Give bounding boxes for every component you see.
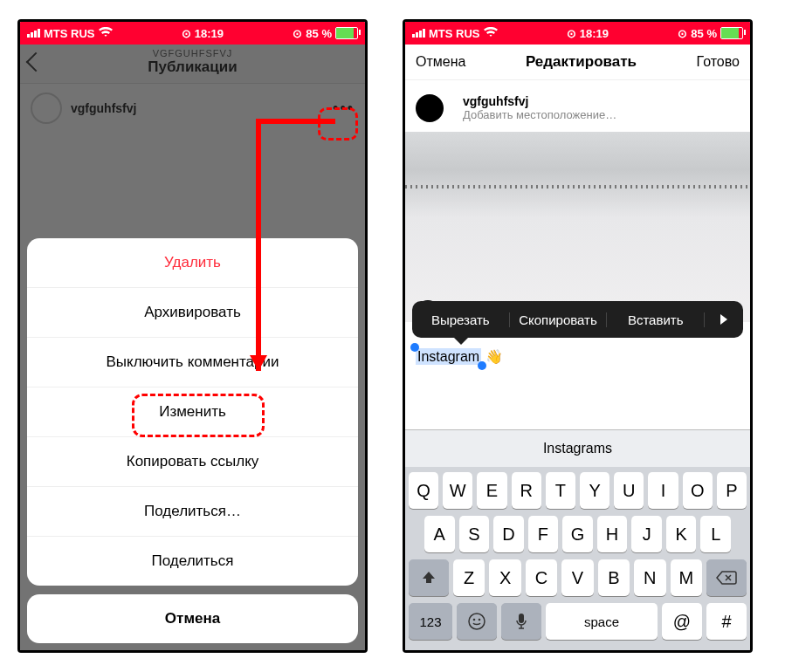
wifi-icon [484,27,498,40]
key-emoji-icon[interactable] [457,603,497,640]
keyboard: Instagrams QWERTYUIOP ASDFGHJKL ZXCVBNM … [405,429,750,650]
cancel-button[interactable]: Отмена [416,54,465,70]
key-t[interactable]: T [546,472,575,509]
done-button[interactable]: Готово [697,54,740,70]
key-y[interactable]: Y [580,472,609,509]
alarm-icon: ⊙ [182,27,191,40]
status-bar: MTS RUS ⊙18:19 ⊙85 % [405,22,750,45]
edit-header: Отмена Редактировать Готово [405,45,750,80]
battery-pct: 85 % [691,27,717,40]
sheet-archive[interactable]: Архивировать [27,287,358,337]
carrier-label: MTS RUS [44,27,95,40]
key-h[interactable]: H [597,516,628,552]
key-s[interactable]: S [459,516,490,552]
key-123[interactable]: 123 [409,603,452,640]
key-at[interactable]: @ [662,603,702,640]
key-o[interactable]: O [683,472,713,509]
time-label: 18:19 [195,27,224,40]
alarm-icon: ⊙ [567,27,576,40]
key-i[interactable]: I [648,472,678,509]
key-r[interactable]: R [512,472,541,509]
key-q[interactable]: Q [409,472,438,509]
key-e[interactable]: E [477,472,506,509]
phone-left: MTS RUS ⊙ 18:19 ⊙ 85 % VGFGUHFSFVJ Публи… [17,19,368,653]
key-l[interactable]: L [700,516,731,552]
avatar[interactable] [416,94,444,122]
key-j[interactable]: J [631,516,662,552]
key-b[interactable]: B [598,559,630,596]
signal-icon [27,29,40,38]
author-username[interactable]: vgfguhfsfvj [463,94,616,108]
key-a[interactable]: A [424,516,455,552]
key-c[interactable]: C [526,559,557,596]
carrier-label: MTS RUS [429,27,480,40]
sheet-share-ellipsis[interactable]: Поделиться… [27,486,358,536]
battery-icon [720,27,743,39]
annotation-highlight-dots [318,107,358,141]
add-location-link[interactable]: Добавить местоположение… [463,108,616,121]
battery-icon [335,27,358,39]
key-space[interactable]: space [546,603,658,640]
sheet-comments-off[interactable]: Выключить комментарии [27,337,358,387]
edit-author-row: vgfguhfsfvj Добавить местоположение… [405,80,750,132]
keyboard-suggestion[interactable]: Instagrams [405,429,750,467]
menu-cut[interactable]: Вырезать [412,312,510,327]
alarm2-icon: ⊙ [678,27,687,40]
key-m[interactable]: M [671,559,702,596]
annotation-highlight-edit [132,394,265,437]
key-u[interactable]: U [614,472,644,509]
key-hash[interactable]: # [706,603,747,640]
key-mic-icon[interactable] [501,603,541,640]
battery-pct: 85 % [306,27,332,40]
key-v[interactable]: V [561,559,593,596]
key-g[interactable]: G [562,516,593,552]
key-f[interactable]: F [528,516,559,552]
sheet-cancel[interactable]: Отмена [27,594,358,643]
key-w[interactable]: W [443,472,472,509]
key-z[interactable]: Z [453,559,485,596]
svg-point-0 [469,614,485,629]
time-label: 18:19 [580,27,609,40]
signal-icon [412,29,425,38]
svg-point-2 [479,619,481,621]
phone-right: MTS RUS ⊙18:19 ⊙85 % Отмена Редактироват… [403,19,753,653]
sheet-delete[interactable]: Удалить [27,238,358,287]
key-p[interactable]: P [717,472,747,509]
post-photo: Вырезать Скопировать Вставить [405,132,750,322]
caption-emoji: 👋 [485,349,503,364]
key-shift-icon[interactable] [409,559,449,596]
sheet-share[interactable]: Поделиться [27,536,358,586]
key-d[interactable]: D [493,516,524,552]
key-k[interactable]: K [666,516,697,552]
svg-point-1 [473,619,476,621]
text-edit-menu: Вырезать Скопировать Вставить [412,301,743,338]
sheet-copy-link[interactable]: Копировать ссылку [27,436,358,486]
menu-copy[interactable]: Скопировать [510,312,608,327]
menu-more-icon[interactable] [705,314,743,325]
action-sheet: Удалить Архивировать Выключить комментар… [27,238,358,643]
svg-rect-3 [519,614,524,623]
status-bar: MTS RUS ⊙ 18:19 ⊙ 85 % [20,22,365,45]
menu-paste[interactable]: Вставить [607,312,705,327]
key-x[interactable]: X [489,559,520,596]
caption-selected-text: Instagram [416,348,481,365]
alarm2-icon: ⊙ [293,27,302,40]
key-backspace-icon[interactable] [706,559,747,596]
wifi-icon [99,27,113,40]
edit-title: Редактировать [526,53,637,71]
key-n[interactable]: N [634,559,665,596]
